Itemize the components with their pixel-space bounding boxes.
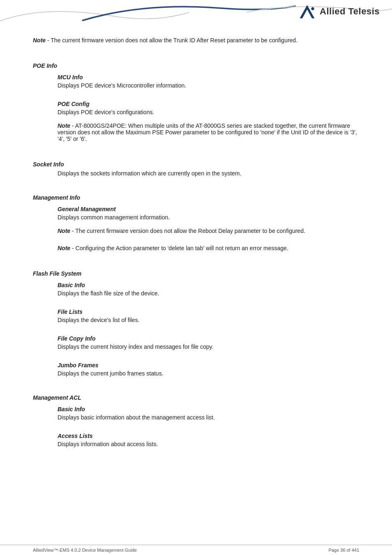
socket-info-text: Displays the sockets information which a… xyxy=(58,169,359,178)
flash-basic-info-text: Displays the flash file size of the devi… xyxy=(58,289,359,298)
note-reboot: Note - The current firmware version does… xyxy=(58,228,359,234)
poe-config-heading: POE Config xyxy=(58,101,359,107)
management-acl-content: Basic Info Displays basic information ab… xyxy=(33,406,359,449)
logo-text: Allied Telesis xyxy=(320,6,380,17)
flash-file-system-heading: Flash File System xyxy=(33,270,359,277)
file-copy-info-text: Displays the current history index and m… xyxy=(58,343,359,351)
access-lists-heading: Access Lists xyxy=(58,433,359,439)
socket-info-heading: Socket Info xyxy=(33,161,359,168)
footer-right-text: Page 36 of 441 xyxy=(328,548,359,553)
acl-basic-info-heading: Basic Info xyxy=(58,406,359,412)
management-acl-heading: Management ACL xyxy=(33,394,359,401)
file-copy-info-heading: File Copy Info xyxy=(58,335,359,342)
management-info-heading: Management Info xyxy=(33,194,359,201)
management-acl-section: Management ACL Basic Info Displays basic… xyxy=(33,394,359,449)
page-header: Allied Telesis xyxy=(0,0,392,33)
poe-config-text: Displays POE device's configurations. xyxy=(58,108,359,117)
note-poe: Note - AT-8000GS/24POE: When multiple un… xyxy=(58,122,359,142)
note-trunk-label: Note xyxy=(33,37,46,44)
jumbo-frames-text: Displays the current jumbo frames status… xyxy=(58,369,359,378)
poe-info-section: POE Info MCU Info Displays POE device's … xyxy=(33,62,359,142)
mcu-info-heading: MCU Info xyxy=(58,74,359,81)
footer-left-text: AlliedView™-EMS 4.0.2 Device Management … xyxy=(33,548,137,553)
general-management-text: Displays common management information. xyxy=(58,213,359,222)
general-management-heading: General Management xyxy=(58,206,359,212)
jumbo-frames-heading: Jumbo Frames xyxy=(58,362,359,368)
svg-marker-2 xyxy=(305,15,309,18)
note-poe-text: - AT-8000GS/24POE: When multiple units o… xyxy=(58,122,357,142)
note-trunk: Note - The current firmware version does… xyxy=(33,37,359,44)
flash-basic-info-heading: Basic Info xyxy=(58,282,359,288)
poe-info-heading: POE Info xyxy=(33,62,359,69)
management-info-section: Management Info General Management Displ… xyxy=(33,194,359,251)
file-lists-heading: File Lists xyxy=(58,309,359,315)
note-trunk-text: - The current firmware version does not … xyxy=(46,37,297,44)
note-action-text: - Configuring the Action parameter to 'd… xyxy=(70,245,288,251)
note-poe-label: Note xyxy=(58,122,70,129)
note-reboot-label: Note xyxy=(58,228,70,234)
mcu-info-text: Displays POE device's Microcontroller in… xyxy=(58,81,359,90)
flash-file-system-content: Basic Info Displays the flash file size … xyxy=(33,282,359,378)
socket-info-content: Displays the sockets information which a… xyxy=(33,169,359,178)
logo-area: Allied Telesis xyxy=(298,4,380,18)
management-info-content: General Management Displays common manag… xyxy=(33,206,359,251)
logo-icon xyxy=(298,4,316,18)
acl-basic-info-text: Displays basic information about the man… xyxy=(58,413,359,422)
note-reboot-text: - The current firmware version does not … xyxy=(70,228,305,234)
file-lists-text: Displays the device's list of files. xyxy=(58,316,359,325)
page-container: Allied Telesis Note - The current firmwa… xyxy=(0,0,392,555)
page-footer: AlliedView™-EMS 4.0.2 Device Management … xyxy=(0,545,392,555)
svg-point-3 xyxy=(311,7,314,10)
socket-info-section: Socket Info Displays the sockets informa… xyxy=(33,161,359,178)
poe-info-content: MCU Info Displays POE device's Microcont… xyxy=(33,74,359,142)
note-action-label: Note xyxy=(58,245,70,251)
flash-file-system-section: Flash File System Basic Info Displays th… xyxy=(33,270,359,378)
main-content: Note - The current firmware version does… xyxy=(0,33,392,477)
note-action: Note - Configuring the Action parameter … xyxy=(58,245,359,251)
access-lists-text: Displays information about access lists. xyxy=(58,440,359,449)
